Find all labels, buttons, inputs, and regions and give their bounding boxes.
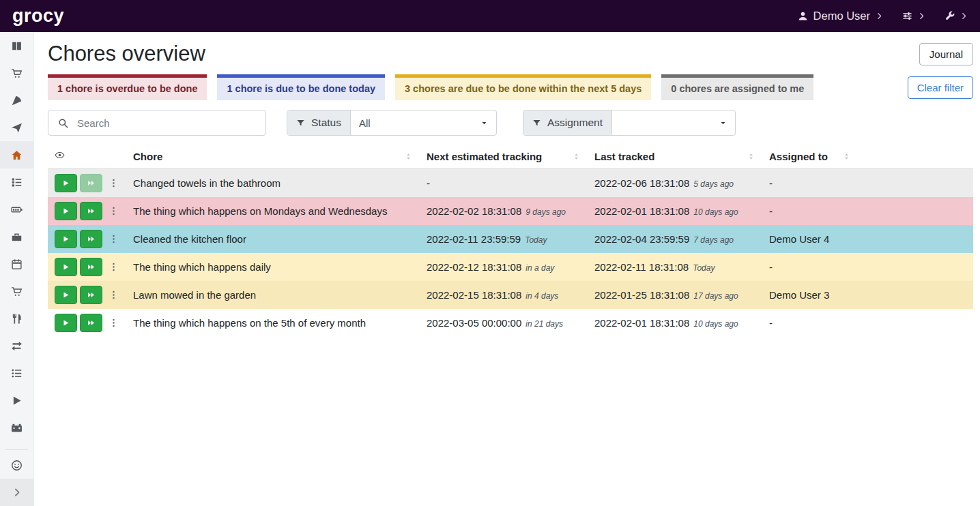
play-icon — [62, 291, 70, 299]
main-content: Chores overview Journal 1 chore is overd… — [34, 32, 980, 337]
sidebar-item-battery-tracking[interactable] — [0, 414, 33, 441]
status-select[interactable]: All — [351, 110, 496, 135]
fast-forward-icon — [87, 235, 95, 243]
sidebar-expand-button[interactable] — [0, 479, 33, 506]
wrench-icon — [945, 11, 955, 21]
list-icon — [11, 368, 23, 379]
sidebar-item-recipes[interactable] — [0, 87, 33, 114]
sort-icon — [747, 152, 755, 161]
sidebar — [0, 32, 34, 506]
sidebar-item-shopping-list[interactable] — [0, 59, 33, 87]
page-title: Chores overview — [48, 42, 205, 66]
chore-name: Lawn mowed in the garden — [133, 289, 256, 301]
next-tracking-value: 2022-02-02 18:31:08 — [427, 205, 521, 217]
column-header-last-tracked[interactable]: Last tracked — [588, 145, 762, 169]
status-banner[interactable]: 0 chores are assigned to me — [661, 74, 813, 100]
chore-menu-button[interactable] — [107, 286, 119, 304]
column-header-chore[interactable]: Chore — [126, 145, 420, 169]
track-execution-button[interactable] — [55, 314, 77, 332]
track-execution-button[interactable] — [55, 258, 77, 276]
battery-icon — [11, 204, 23, 215]
user-menu-button[interactable]: Demo User — [798, 10, 883, 23]
sidebar-item-equipment[interactable] — [0, 223, 33, 250]
journal-button[interactable]: Journal — [919, 43, 973, 65]
ellipsis-vertical-icon — [109, 318, 119, 328]
filter-icon — [532, 119, 541, 128]
play-icon — [62, 207, 70, 215]
sidebar-item-user-entities[interactable] — [0, 451, 33, 479]
search-icon-box — [48, 110, 77, 135]
column-header-filler — [858, 145, 973, 169]
last-tracked-value: 2022-02-06 18:31:08 — [594, 177, 689, 189]
assignment-select[interactable] — [612, 110, 735, 135]
smiley-icon — [11, 460, 23, 471]
page-header: Chores overview Journal — [48, 42, 973, 66]
status-banner[interactable]: 1 chore is due to be done today — [217, 74, 385, 100]
column-header-assigned-to[interactable]: Assigned to — [762, 145, 858, 169]
chore-name: The thing which happens on the 5th of ev… — [133, 317, 366, 329]
search-group — [48, 110, 266, 136]
next-tracking-value: 2022-02-12 18:31:08 — [427, 261, 521, 273]
exchange-icon — [11, 340, 23, 352]
sidebar-item-meal-plan[interactable] — [0, 114, 33, 141]
chore-menu-button[interactable] — [107, 174, 119, 192]
app-logo[interactable]: grocy — [12, 5, 64, 27]
ellipsis-vertical-icon — [109, 262, 119, 272]
sidebar-item-purchase[interactable] — [0, 278, 33, 305]
chore-name: The thing which happens on Mondays and W… — [133, 205, 387, 217]
sidebar-item-batteries-overview[interactable] — [0, 196, 33, 223]
track-execution-button[interactable] — [55, 230, 77, 248]
play-icon — [62, 263, 70, 271]
manage-menu-button[interactable] — [902, 11, 925, 21]
assigned-to-value: - — [769, 177, 773, 189]
status-banner[interactable]: 3 chores are due to be done within the n… — [395, 74, 651, 100]
skip-chore-button[interactable] — [80, 314, 102, 332]
clear-filter-button[interactable]: Clear filter — [908, 76, 973, 99]
skip-chore-button[interactable] — [80, 286, 102, 304]
sort-icon — [404, 152, 413, 161]
plane-icon — [11, 122, 23, 134]
sidebar-item-calendar[interactable] — [0, 250, 33, 278]
chore-menu-button[interactable] — [107, 202, 119, 220]
sidebar-item-inventory[interactable] — [0, 359, 33, 387]
eye-icon[interactable] — [55, 150, 65, 160]
skip-chore-button[interactable] — [80, 230, 102, 248]
assigned-to-value: - — [769, 317, 773, 329]
chevron-right-icon — [960, 12, 968, 20]
sidebar-item-chores-overview[interactable] — [0, 141, 33, 168]
sidebar-item-consume[interactable] — [0, 305, 33, 332]
last-tracked-value: 2022-02-01 18:31:08 — [594, 317, 689, 329]
skip-chore-button[interactable] — [80, 174, 102, 192]
cart-icon — [11, 286, 23, 297]
chevron-right-icon — [876, 12, 883, 20]
filter-row: Status All Assignment — [48, 110, 973, 136]
sidebar-spacer — [0, 441, 33, 448]
search-input[interactable] — [77, 110, 265, 135]
next-tracking-relative: 9 days ago — [525, 207, 566, 217]
assigned-to-value: Demo User 4 — [769, 233, 829, 245]
sidebar-item-transfer[interactable] — [0, 332, 33, 359]
fast-forward-icon — [87, 291, 95, 299]
ellipsis-vertical-icon — [109, 290, 119, 300]
column-label-next: Next estimated tracking — [427, 151, 542, 162]
chore-row: Changed towels in the bathroom - 2022-02… — [48, 169, 973, 198]
track-execution-button[interactable] — [55, 286, 77, 304]
skip-chore-button[interactable] — [80, 202, 102, 220]
track-execution-button[interactable] — [55, 174, 77, 192]
sort-icon — [572, 152, 581, 161]
chore-menu-button[interactable] — [107, 314, 119, 332]
chore-row: The thing which happens on the 5th of ev… — [48, 309, 973, 337]
settings-menu-button[interactable] — [945, 11, 968, 21]
sidebar-item-tasks[interactable] — [0, 168, 33, 196]
column-header-next-tracking[interactable]: Next estimated tracking — [420, 145, 588, 169]
chore-menu-button[interactable] — [107, 258, 119, 276]
status-banner-text: 3 chores are due to be done within the n… — [405, 83, 642, 94]
sort-icon — [842, 152, 851, 161]
sidebar-item-stock-overview[interactable] — [0, 32, 33, 59]
status-banner[interactable]: 1 chore is overdue to be done — [48, 74, 207, 100]
skip-chore-button[interactable] — [80, 258, 102, 276]
track-execution-button[interactable] — [55, 202, 77, 220]
chore-menu-button[interactable] — [107, 230, 119, 248]
column-header-controls — [48, 145, 126, 169]
sidebar-item-chore-tracking[interactable] — [0, 387, 33, 414]
